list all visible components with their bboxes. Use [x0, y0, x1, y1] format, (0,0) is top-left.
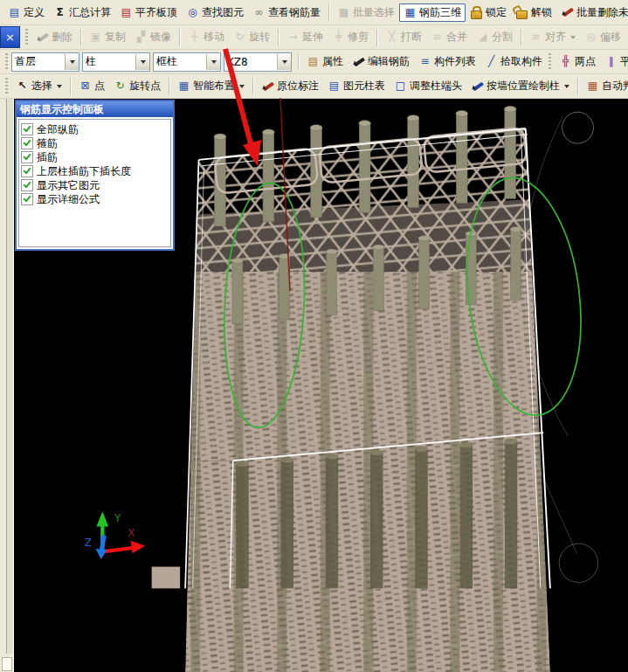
floor-select[interactable]: 首层	[11, 52, 79, 72]
toolbar-separator	[328, 3, 329, 21]
checkbox-icon[interactable]	[21, 193, 33, 205]
sigma-icon: Σ	[53, 6, 66, 19]
toolbar-grip[interactable]	[5, 78, 8, 95]
left-edge-strip	[0, 98, 14, 672]
component-list-icon: ≡	[418, 55, 431, 68]
parallel-button[interactable]: ∥ 平行	[600, 52, 628, 71]
element-column-table-button[interactable]: ▤ 图元柱表	[323, 77, 390, 95]
move-icon: ┼	[188, 31, 201, 44]
toolbar-grip[interactable]	[549, 53, 551, 71]
auto-judge-button[interactable]: ▦ 自动判断	[582, 77, 628, 95]
checkbox-stirrups[interactable]: 箍筋	[21, 136, 169, 150]
break-icon: ╳	[385, 31, 398, 44]
toolbar-area: ▤ 定义 Σ 汇总计算 ▤ 平齐板顶 ◎ 查找图元 ∞ 查看钢筋量 ▦ 批量选择…	[0, 0, 628, 98]
define-button[interactable]: ▤ 定义	[3, 3, 49, 22]
toolbar-row-1: ▤ 定义 Σ 汇总计算 ▤ 平齐板顶 ◎ 查找图元 ∞ 查看钢筋量 ▦ 批量选择…	[0, 0, 628, 25]
split-icon: ◢	[476, 31, 489, 44]
batch-select-button[interactable]: ▦ 批量选择	[333, 3, 399, 22]
copy-button[interactable]: ▣ 复制	[85, 28, 130, 46]
checkbox-icon[interactable]	[21, 165, 33, 177]
batch-select-icon: ▦	[337, 6, 350, 19]
adjust-column-end-button[interactable]: □ 调整柱端头	[390, 77, 466, 95]
break-button[interactable]: ╳ 打断	[381, 28, 426, 46]
combo-arrow-icon[interactable]	[135, 54, 149, 70]
smart-layout-button[interactable]: ▦ 智能布置	[173, 77, 249, 95]
delete-button[interactable]: 删除	[31, 28, 77, 46]
toolbar-separator	[298, 53, 299, 71]
checkbox-icon[interactable]	[21, 137, 33, 149]
dropdown-caret-icon	[57, 85, 62, 88]
z-axis-arrow-icon	[96, 549, 107, 559]
select-button[interactable]: ↖ 选择	[11, 77, 66, 95]
panel-title[interactable]: 钢筋显示控制面板	[17, 101, 173, 117]
x-axis-label: X	[128, 527, 135, 539]
checkbox-dowel-bars[interactable]: 插筋	[21, 150, 169, 164]
edit-rebar-button[interactable]: 编辑钢筋	[348, 52, 414, 71]
structure-left-foot	[152, 567, 180, 589]
checkbox-show-detailed-formula[interactable]: 显示详细公式	[21, 192, 169, 206]
close-toolbar-button[interactable]: ×	[0, 26, 20, 48]
two-point-button[interactable]: ╬ 两点	[555, 52, 600, 71]
split-button[interactable]: ◢ 分割	[472, 28, 517, 46]
toolbar-separator	[252, 78, 253, 95]
auto-judge-icon: ▦	[586, 80, 599, 93]
checkbox-upper-column-dowel-length[interactable]: 上层柱插筋下插长度	[21, 164, 169, 178]
dropdown-caret-icon	[239, 85, 245, 88]
trim-icon: ╪	[332, 31, 345, 44]
in-situ-annotation-button[interactable]: 原位标注	[257, 77, 323, 95]
checkbox-icon[interactable]	[21, 123, 33, 135]
rotate-button[interactable]: ↻ 旋转	[229, 28, 274, 46]
extend-button[interactable]: → 延伸	[282, 28, 328, 46]
dropdown-caret-icon	[564, 85, 569, 88]
y-axis-label: Y	[114, 512, 121, 524]
panel-body: 全部纵筋 箍筋 插筋 上层柱插筋下插长度 显示其它图元 显示详细公式	[18, 119, 171, 247]
mirror-icon: ▞	[135, 31, 148, 44]
toolbar-separator	[278, 29, 279, 46]
properties-button[interactable]: ▤ 属性	[302, 52, 348, 71]
toolbar-grip[interactable]	[25, 29, 28, 46]
point-button[interactable]: ⊠ 点	[74, 77, 109, 95]
checkbox-icon[interactable]	[21, 151, 33, 163]
structure-body	[152, 106, 550, 672]
element-column-table-icon: ▤	[328, 80, 341, 93]
rotate-icon: ↻	[233, 31, 246, 44]
checkbox-show-other-elements[interactable]: 显示其它图元	[21, 178, 169, 192]
offset-button[interactable]: ◎ 偏移	[580, 28, 625, 46]
pick-component-button[interactable]: ╱ 拾取构件	[480, 52, 547, 71]
unlock-icon	[515, 6, 528, 19]
batch-delete-unused-button[interactable]: 批量删除未使用构件	[556, 3, 628, 22]
combo-arrow-icon[interactable]	[65, 54, 79, 70]
component-list-button[interactable]: ≡ 构件列表	[414, 52, 480, 71]
merge-button[interactable]: ≡ 合并	[426, 28, 472, 46]
checkbox-icon[interactable]	[21, 179, 33, 191]
toolbar-separator	[577, 78, 578, 95]
brush-icon	[561, 6, 574, 19]
checkbox-all-longitudinal-bars[interactable]: 全部纵筋	[21, 122, 169, 136]
toolbar-row-4: ↖ 选择 ⊠ 点 ↻ 旋转点 ▦ 智能布置 原位标注 ▤ 图元柱表	[0, 74, 628, 99]
align-button[interactable]: ≡ 对齐	[525, 28, 580, 46]
unlock-button[interactable]: 解锁	[511, 3, 556, 22]
view-rebar-quantity-button[interactable]: ∞ 查看钢筋量	[248, 3, 325, 22]
draw-column-by-wall-button[interactable]: 按墙位置绘制柱	[466, 77, 574, 95]
lock-button[interactable]: 锁定	[466, 3, 511, 22]
mirror-button[interactable]: ▞ 镜像	[130, 28, 176, 46]
trim-button[interactable]: ╪ 修剪	[328, 28, 373, 46]
toolbar-separator	[376, 29, 377, 46]
properties-icon: ▤	[307, 55, 320, 68]
align-slab-top-button[interactable]: ▤ 平齐板顶	[115, 3, 182, 22]
rotate-point-button[interactable]: ↻ 旋转点	[109, 77, 165, 95]
rebar-3d-button[interactable]: ▦ 钢筋三维	[399, 3, 466, 22]
toolbar-separator	[179, 29, 180, 46]
combo-arrow-icon[interactable]	[206, 54, 220, 70]
element-type-select[interactable]: 柱	[82, 52, 150, 72]
element-subtype-select[interactable]: 框柱	[153, 52, 221, 72]
eyedropper-icon: ╱	[485, 55, 498, 68]
rebar-3d-icon: ▦	[404, 6, 417, 19]
component-name-select[interactable]: KZ8	[224, 52, 292, 72]
move-button[interactable]: ┼ 移动	[183, 28, 229, 46]
find-element-button[interactable]: ◎ 查找图元	[182, 3, 248, 22]
summary-calc-button[interactable]: Σ 汇总计算	[49, 3, 115, 22]
toolbar-grip[interactable]	[5, 53, 8, 71]
combo-arrow-icon[interactable]	[277, 54, 291, 70]
binoculars-icon: ◎	[186, 6, 199, 19]
